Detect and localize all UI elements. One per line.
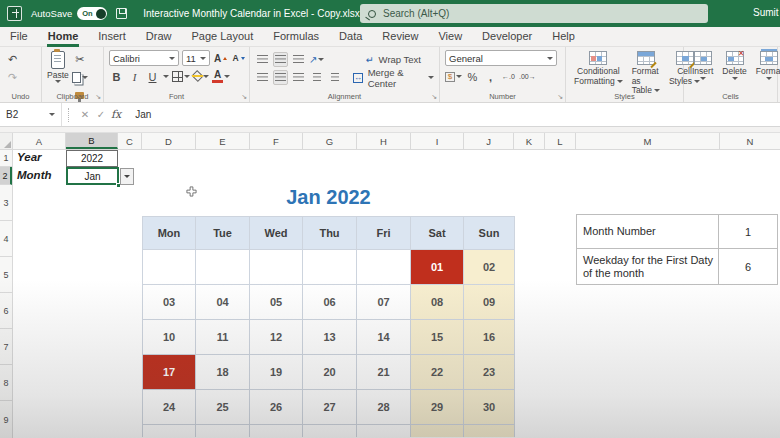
date-cell[interactable]: 24 xyxy=(142,390,196,425)
cell-a2-month-label[interactable]: Month xyxy=(17,169,51,181)
align-center-button[interactable] xyxy=(273,70,288,85)
font-dialog-launcher[interactable]: ↘ xyxy=(241,93,247,101)
date-cell[interactable]: 25 xyxy=(196,390,250,425)
percent-button[interactable]: % xyxy=(465,69,480,84)
comma-style-button[interactable]: , xyxy=(483,69,498,84)
date-cell[interactable]: 21 xyxy=(357,355,411,390)
date-cell[interactable]: 19 xyxy=(250,355,303,390)
date-cell[interactable]: 30 xyxy=(464,390,515,425)
date-cell[interactable] xyxy=(196,425,250,437)
format-cells-button[interactable]: Format xyxy=(753,50,780,81)
col-header-l[interactable]: L xyxy=(545,133,576,149)
cell-b2-month-value[interactable]: Jan xyxy=(66,167,119,185)
col-header-g[interactable]: G xyxy=(303,133,357,149)
name-box[interactable]: B2 xyxy=(0,103,62,126)
user-name[interactable]: Sumit B xyxy=(753,7,780,18)
fill-color-button[interactable] xyxy=(193,69,209,84)
borders-button[interactable] xyxy=(172,69,190,84)
align-top-button[interactable] xyxy=(255,52,270,67)
italic-button[interactable]: I xyxy=(127,69,142,84)
date-cell[interactable] xyxy=(357,250,411,285)
col-header-k[interactable]: K xyxy=(514,133,545,149)
font-color-button[interactable]: A xyxy=(212,69,230,84)
weekday-first-day-value[interactable]: 6 xyxy=(719,249,777,284)
tab-developer[interactable]: Developer xyxy=(472,27,542,47)
increase-indent-button[interactable] xyxy=(327,70,342,85)
date-cell[interactable] xyxy=(303,425,357,437)
chevron-down-icon[interactable] xyxy=(163,75,169,78)
formula-input[interactable] xyxy=(135,109,780,120)
date-cell[interactable]: 18 xyxy=(196,355,250,390)
date-cell[interactable]: 15 xyxy=(411,320,464,355)
weekday-fri[interactable]: Fri xyxy=(357,216,411,250)
month-number-label[interactable]: Month Number xyxy=(577,215,719,248)
date-cell[interactable]: 12 xyxy=(250,320,303,355)
date-cell[interactable] xyxy=(196,250,250,285)
cell-a1-year-label[interactable]: Year xyxy=(17,151,42,163)
clipboard-dialog-launcher[interactable]: ↘ xyxy=(95,93,101,101)
date-cell[interactable]: 13 xyxy=(303,320,357,355)
col-header-b[interactable]: B xyxy=(66,133,118,149)
save-icon[interactable] xyxy=(116,8,127,19)
number-format-select[interactable]: General xyxy=(445,50,557,66)
tab-home[interactable]: Home xyxy=(38,27,89,47)
font-size-select[interactable]: 11 xyxy=(182,50,210,66)
underline-button[interactable]: U xyxy=(145,69,160,84)
date-cell[interactable]: 22 xyxy=(411,355,464,390)
row-header-2[interactable]: 2 xyxy=(0,167,12,185)
align-left-button[interactable] xyxy=(255,70,270,85)
col-header-m[interactable]: M xyxy=(576,133,720,149)
date-cell[interactable]: 05 xyxy=(250,285,303,320)
undo-button[interactable]: ↶ xyxy=(5,52,20,67)
weekday-sat[interactable]: Sat xyxy=(411,216,464,250)
date-cell[interactable]: 16 xyxy=(464,320,515,355)
month-number-value[interactable]: 1 xyxy=(719,215,777,248)
tab-insert[interactable]: Insert xyxy=(88,27,136,47)
tab-page-layout[interactable]: Page Layout xyxy=(181,27,263,47)
weekday-sun[interactable]: Sun xyxy=(464,216,515,250)
cell-b1-year-value[interactable]: 2022 xyxy=(66,150,118,167)
date-cell[interactable]: 11 xyxy=(196,320,250,355)
tab-help[interactable]: Help xyxy=(542,27,585,47)
orientation-button[interactable]: ↗ xyxy=(309,52,324,67)
weekday-tue[interactable]: Tue xyxy=(196,216,250,250)
accounting-format-button[interactable]: $ xyxy=(445,69,462,84)
grow-font-button[interactable]: A xyxy=(213,51,228,66)
align-middle-button[interactable] xyxy=(273,52,288,67)
date-cell[interactable]: 28 xyxy=(357,390,411,425)
row-header-5[interactable]: 5 xyxy=(0,257,12,293)
copy-button[interactable] xyxy=(72,70,88,85)
insert-cells-button[interactable]: Insert xyxy=(689,50,716,81)
date-cell[interactable] xyxy=(464,425,515,437)
col-header-a[interactable]: A xyxy=(13,133,66,149)
col-header-f[interactable]: F xyxy=(250,133,303,149)
conditional-formatting-button[interactable]: Conditional Formatting xyxy=(571,50,626,87)
date-cell[interactable] xyxy=(142,250,196,285)
cut-button[interactable]: ✂ xyxy=(72,52,88,67)
date-cell[interactable]: 08 xyxy=(411,285,464,320)
weekday-mon[interactable]: Mon xyxy=(142,216,196,250)
row-header-1[interactable]: 1 xyxy=(0,150,12,167)
confirm-entry-button[interactable]: ✓ xyxy=(93,109,109,120)
redo-button[interactable]: ↷ xyxy=(5,70,20,85)
bold-button[interactable]: B xyxy=(109,69,124,84)
weekday-wed[interactable]: Wed xyxy=(250,216,303,250)
date-cell-highlighted[interactable]: 17 xyxy=(142,355,196,390)
align-bottom-button[interactable] xyxy=(291,52,306,67)
tab-file[interactable]: File xyxy=(0,27,38,47)
date-cell[interactable]: 07 xyxy=(357,285,411,320)
weekday-thu[interactable]: Thu xyxy=(303,216,357,250)
calendar-title[interactable]: Jan 2022 xyxy=(142,186,515,209)
select-all-corner[interactable] xyxy=(0,133,13,149)
col-header-c[interactable]: C xyxy=(118,133,142,149)
font-name-select[interactable]: Calibri xyxy=(109,50,179,66)
row-header-6[interactable]: 6 xyxy=(0,293,12,329)
date-cell[interactable] xyxy=(142,425,196,437)
paste-button[interactable]: Paste xyxy=(47,51,69,83)
date-cell[interactable] xyxy=(250,425,303,437)
row-header-9[interactable]: 9 xyxy=(0,401,12,438)
date-cell[interactable] xyxy=(411,425,464,437)
date-cell[interactable]: 04 xyxy=(196,285,250,320)
search-box[interactable] xyxy=(360,4,708,23)
date-cell[interactable]: 23 xyxy=(464,355,515,390)
